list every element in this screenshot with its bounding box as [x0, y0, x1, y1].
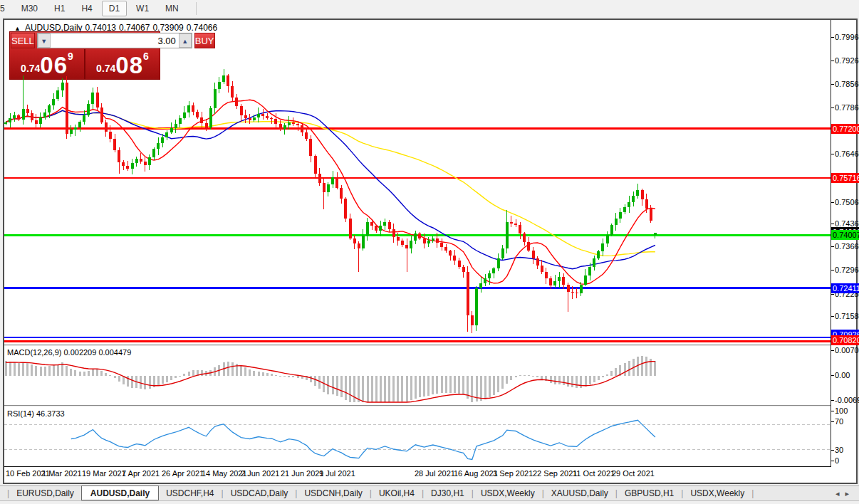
- timeframe-button-M30[interactable]: M30: [14, 1, 45, 16]
- macd-axis-label: 0.0070155: [835, 346, 859, 355]
- date-axis-label: 26 Apr 2021: [162, 469, 204, 478]
- tab-separator: |: [751, 488, 754, 498]
- tab-dj30-h1[interactable]: DJ30,H1: [424, 487, 472, 500]
- tab-gbpusd-h1[interactable]: GBPUSD,H1: [618, 487, 681, 500]
- tab-usdcnh-daily[interactable]: USDCNH,Daily: [297, 487, 369, 500]
- tab-usdchf-h4[interactable]: USDCHF,H4: [159, 487, 221, 500]
- date-axis-line: [4, 466, 831, 467]
- date-axis-label: 16 Aug 2021: [454, 469, 498, 478]
- macd-label: MACD(12,26,9) 0.002209 0.004479: [7, 348, 131, 357]
- date-axis-label: 11 Oct 2021: [573, 469, 615, 478]
- price-badge: 0.74007: [831, 230, 859, 240]
- price-axis-line: [831, 20, 831, 466]
- price-badge: 0.75716: [831, 173, 859, 183]
- candles-layer: [4, 69, 657, 333]
- price-badge: 0.70820: [831, 335, 859, 345]
- rsi-axis-label: 30: [835, 446, 843, 454]
- tab-scroll-left-button[interactable]: ◂: [835, 489, 845, 498]
- date-axis-label: 29 Oct 2021: [612, 469, 655, 478]
- macd-axis-label: -0.006925: [835, 396, 859, 404]
- main-chart-canvas[interactable]: [4, 20, 831, 344]
- toolbar-separator: [196, 2, 197, 15]
- price-axis-label: 0.71580: [835, 312, 859, 320]
- tab-usdx-weekly[interactable]: USDX,Weekly: [683, 487, 751, 500]
- price-axis-label: 0.72960: [835, 266, 859, 274]
- tab-usdcad-daily[interactable]: USDCAD,Daily: [224, 487, 296, 500]
- price-axis-label: 0.77860: [835, 103, 859, 112]
- rsi-label: RSI(14) 46.3733: [7, 409, 65, 418]
- tab-audusd-daily[interactable]: AUDUSD,Daily: [81, 485, 159, 500]
- timeframe-toolbar: 5M30H1H4D1W1MN: [0, 0, 859, 17]
- timeframe-button-H1[interactable]: H1: [47, 1, 72, 16]
- rsi-axis-label: 70: [835, 417, 843, 426]
- price-badge: 0.72411: [831, 283, 859, 293]
- price-axis-label: 0.79260: [835, 56, 859, 65]
- rsi-pane-separator[interactable]: [4, 405, 831, 406]
- date-axis-label: 21 Jun 2021: [281, 469, 324, 478]
- timeframe-button-H4[interactable]: H4: [74, 1, 99, 16]
- price-axis-label: 0.73660: [835, 242, 859, 251]
- rsi-canvas[interactable]: [4, 407, 831, 466]
- tab-ukoil-h4[interactable]: UKOil,H4: [372, 487, 422, 500]
- date-axis-label: 28 Jul 2021: [415, 469, 455, 478]
- rsi-axis-label: 100: [835, 406, 848, 415]
- timeframe-button-D1[interactable]: D1: [102, 1, 127, 16]
- date-axis-label: 9 Jul 2021: [319, 469, 355, 478]
- price-axis-label: 0.76460: [835, 149, 859, 158]
- timeframe-button-MN[interactable]: MN: [158, 1, 186, 16]
- price-axis-label: 0.79960: [835, 33, 859, 41]
- macd-axis-label: 0.00: [835, 371, 850, 379]
- price-badge: 0.77200: [831, 124, 859, 134]
- date-axis-label: 22 Sep 2021: [533, 469, 577, 478]
- mt4-window: 5M30H1H4D1W1MN ▲AUDUSD,Daily0.740130.740…: [0, 0, 859, 504]
- date-axis-label: 1 Mar 2021: [42, 469, 82, 478]
- symbol-tab-bar: | EURUSD,DailyAUDUSD,DailyUSDCHF,H4|USDC…: [0, 485, 859, 501]
- tab-usdx-weekly[interactable]: USDX,Weekly: [474, 487, 542, 500]
- tab-xauusd-daily[interactable]: XAUUSD,Daily: [544, 487, 615, 500]
- tab-eurusd-daily[interactable]: EURUSD,Daily: [9, 487, 81, 500]
- date-axis-label: 2 Jun 2021: [241, 469, 279, 478]
- timeframe-button-5[interactable]: 5: [0, 1, 12, 16]
- rsi-axis-label: 0: [835, 456, 839, 465]
- timeframe-button-W1[interactable]: W1: [129, 1, 156, 16]
- date-axis-label: 7 Apr 2021: [122, 469, 160, 478]
- price-axis-label: 0.78560: [835, 80, 859, 88]
- tab-scroll-right-button[interactable]: ▸: [845, 489, 855, 498]
- price-axis-label: 0.75060: [835, 198, 859, 206]
- date-axis-label: 19 Mar 2021: [82, 469, 126, 478]
- date-axis-label: 3 Sep 2021: [493, 469, 533, 478]
